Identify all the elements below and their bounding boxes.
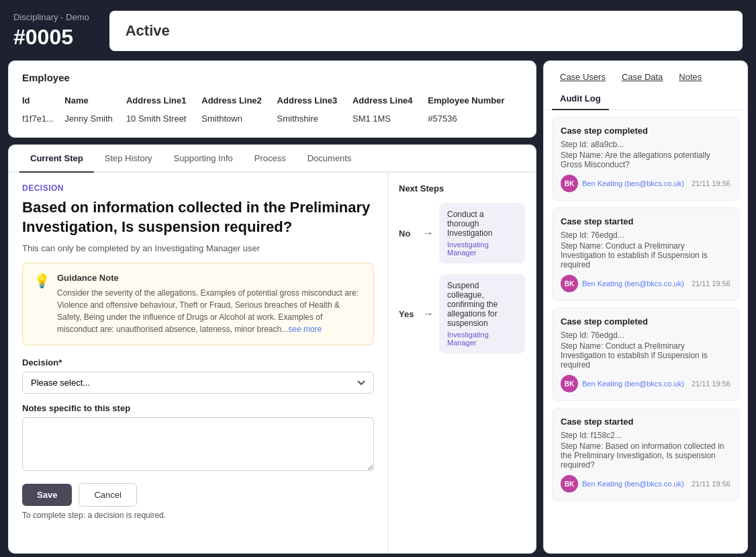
col-addr1: Address Line1 — [126, 93, 201, 111]
header: Disciplinary - Demo #0005 Active — [0, 0, 756, 60]
decision-subtitle: This can only be completed by an Investi… — [22, 243, 374, 253]
status-label: Active — [126, 22, 170, 40]
guidance-title: Guidance Note — [57, 273, 363, 283]
next-step-yes-card: Suspend colleague, confirming the allega… — [439, 274, 525, 353]
step-content: Decision Based on information collected … — [9, 173, 536, 553]
col-name: Name — [64, 93, 126, 111]
audit-entry-3-user-row: BK Ben Keating (ben@bkcs.co.uk) 21/11 19… — [561, 375, 730, 392]
audit-entry-2-title: Case step started — [561, 216, 730, 226]
employee-card: Employee Id Name Address Line1 Address L… — [8, 60, 536, 138]
right-tab-bar: Case Users Case Data Notes Audit Log — [544, 61, 747, 110]
step-tab-bar: Current Step Step History Supporting Inf… — [9, 145, 536, 173]
audit-entry-1-avatar: BK — [561, 175, 578, 192]
next-steps-panel: Next Steps No → Conduct a thorough Inves… — [388, 173, 536, 553]
audit-entry-1-step-name: Step Name: Are the allegations potential… — [561, 151, 730, 169]
audit-entry-2-user-row: BK Ben Keating (ben@bkcs.co.uk) 21/11 19… — [561, 275, 730, 292]
audit-entry-3-user-info: BK Ben Keating (ben@bkcs.co.uk) — [561, 375, 688, 392]
next-step-yes-name: Suspend colleague, confirming the allega… — [447, 281, 517, 328]
next-step-no-name: Conduct a thorough Investigation — [447, 210, 517, 238]
button-row: Save Cancel — [22, 483, 374, 507]
audit-entry-4-step-id: Step Id: f158c2... — [561, 431, 730, 440]
col-addr2: Address Line2 — [201, 93, 277, 111]
next-step-no: No → Conduct a thorough Investigation In… — [399, 203, 525, 263]
guidance-content: Guidance Note Consider the severity of t… — [57, 273, 363, 335]
notes-field-group: Notes specific to this step — [22, 403, 374, 474]
audit-entry-4-user-name: Ben Keating (ben@bkcs.co.uk) — [582, 480, 684, 488]
cell-addr3: Smithshire — [277, 111, 352, 126]
cancel-button[interactable]: Cancel — [79, 483, 136, 507]
arrow-right-icon-yes: → — [423, 308, 434, 320]
next-step-yes-role: Investigating Manager — [447, 331, 517, 347]
audit-entry-3-user-name: Ben Keating (ben@bkcs.co.uk) — [582, 380, 684, 388]
audit-entry-4-avatar: BK — [561, 475, 578, 492]
arrow-right-icon: → — [423, 227, 434, 239]
tab-audit-log[interactable]: Audit Log — [552, 88, 609, 110]
next-step-no-role: Investigating Manager — [447, 241, 517, 257]
col-empnum: Employee Number — [428, 93, 522, 111]
tab-case-data[interactable]: Case Data — [614, 67, 671, 89]
tab-step-history[interactable]: Step History — [94, 145, 163, 173]
guidance-box: 💡 Guidance Note Consider the severity of… — [22, 263, 374, 345]
decision-field-group: Decision* Please select... Yes No — [22, 357, 374, 394]
tab-process[interactable]: Process — [244, 145, 297, 173]
guidance-text: Consider the severity of the allegations… — [57, 287, 363, 335]
audit-entry-3-step-name: Step Name: Conduct a Preliminary Investi… — [561, 341, 730, 370]
audit-entry-4-step-name: Step Name: Based on information collecte… — [561, 441, 730, 470]
audit-entry-3-title: Case step completed — [561, 316, 730, 327]
audit-entry-2-user-name: Ben Keating (ben@bkcs.co.uk) — [582, 280, 684, 288]
audit-entry-1-title: Case step completed — [561, 126, 730, 136]
audit-entry-4: Case step started Step Id: f158c2... Ste… — [552, 408, 739, 501]
next-step-yes-label: Yes — [399, 309, 418, 319]
employee-table: Id Name Address Line1 Address Line2 Addr… — [22, 93, 522, 126]
audit-entry-3-avatar: BK — [561, 375, 578, 392]
audit-entry-2-step-id: Step Id: 76edgd... — [561, 230, 730, 240]
cell-id: f1f7e1... — [22, 111, 64, 126]
audit-entry-4-user-info: BK Ben Keating (ben@bkcs.co.uk) — [561, 475, 688, 492]
decision-title: Based on information collected in the Pr… — [22, 198, 374, 237]
cell-empnum: #57536 — [428, 111, 522, 126]
next-step-yes: Yes → Suspend colleague, confirming the … — [399, 274, 525, 353]
audit-entry-1-user-info: BK Ben Keating (ben@bkcs.co.uk) — [561, 175, 688, 192]
audit-entry-1-user-row: BK Ben Keating (ben@bkcs.co.uk) 21/11 19… — [561, 175, 730, 192]
step-panel: Current Step Step History Supporting Inf… — [8, 144, 536, 554]
next-step-no-card: Conduct a thorough Investigation Investi… — [439, 203, 525, 263]
header-subtitle: Disciplinary - Demo — [13, 12, 89, 22]
header-status-box: Active — [109, 11, 743, 51]
left-panel: Employee Id Name Address Line1 Address L… — [8, 60, 536, 554]
tab-notes[interactable]: Notes — [671, 67, 710, 89]
cell-addr2: Smithtown — [201, 111, 277, 126]
lightbulb-icon: 💡 — [34, 273, 50, 335]
audit-entry-2-timestamp: 21/11 19:56 — [692, 280, 730, 288]
cell-name: Jenny Smith — [64, 111, 126, 126]
header-left: Disciplinary - Demo #0005 — [13, 12, 89, 50]
tab-case-users[interactable]: Case Users — [552, 67, 614, 89]
main-content: Employee Id Name Address Line1 Address L… — [0, 60, 756, 554]
decision-select[interactable]: Please select... Yes No — [22, 372, 374, 394]
audit-entry-2-step-name: Step Name: Conduct a Preliminary Investi… — [561, 241, 730, 269]
audit-entry-2: Case step started Step Id: 76edgd... Ste… — [552, 208, 739, 301]
audit-entry-3: Case step completed Step Id: 76edgd... S… — [552, 308, 739, 401]
audit-entry-1-user-name: Ben Keating (ben@bkcs.co.uk) — [582, 179, 684, 187]
table-row: f1f7e1... Jenny Smith 10 Smith Street Sm… — [22, 111, 522, 126]
audit-entry-4-user-row: BK Ben Keating (ben@bkcs.co.uk) 21/11 19… — [561, 475, 730, 492]
tab-documents[interactable]: Documents — [297, 145, 363, 173]
audit-entry-1: Case step completed Step Id: a8a9cb... S… — [552, 117, 739, 201]
validation-message: To complete step: a decision is required… — [22, 511, 374, 520]
notes-textarea[interactable] — [22, 417, 374, 471]
tab-current-step[interactable]: Current Step — [19, 145, 94, 173]
see-more-link[interactable]: see more — [288, 325, 322, 334]
right-panel: Case Users Case Data Notes Audit Log Cas… — [543, 60, 748, 554]
audit-entry-1-step-id: Step Id: a8a9cb... — [561, 140, 730, 149]
audit-entry-2-avatar: BK — [561, 275, 578, 292]
col-addr3: Address Line3 — [277, 93, 352, 111]
tab-supporting-info[interactable]: Supporting Info — [163, 145, 244, 173]
audit-entry-4-title: Case step started — [561, 417, 730, 427]
save-button[interactable]: Save — [22, 484, 72, 506]
audit-entry-1-timestamp: 21/11 19:56 — [692, 179, 730, 187]
audit-entry-3-step-id: Step Id: 76edgd... — [561, 331, 730, 340]
notes-field-label: Notes specific to this step — [22, 403, 374, 413]
audit-entry-3-timestamp: 21/11 19:56 — [692, 380, 730, 388]
next-step-no-label: No — [399, 228, 418, 239]
employee-section-title: Employee — [22, 72, 522, 83]
cell-addr4: SM1 1MS — [352, 111, 428, 126]
